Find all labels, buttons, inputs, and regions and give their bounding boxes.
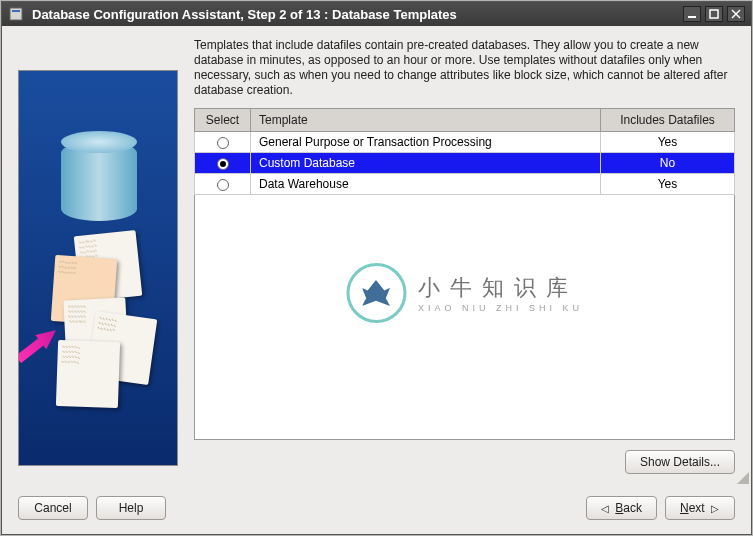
window-controls xyxy=(683,6,745,22)
template-name: Custom Database xyxy=(251,153,601,174)
back-label: ack xyxy=(623,501,642,515)
app-icon xyxy=(8,6,24,22)
window-title: Database Configuration Assistant, Step 2… xyxy=(32,7,683,22)
next-label: ext xyxy=(689,501,705,515)
help-button[interactable]: Help xyxy=(96,496,166,520)
arrow-icon xyxy=(18,323,61,367)
watermark: 小牛知识库 XIAO NIU ZHI SHI KU xyxy=(346,263,583,323)
radio-button[interactable] xyxy=(217,158,229,170)
col-header-template: Template xyxy=(251,109,601,132)
upper-area: ∿∿∿∿∿∿∿∿∿∿∿∿∿∿∿∿∿∿∿∿∿∿∿∿ ∿∿∿∿∿∿∿∿∿∿∿∿∿∿∿… xyxy=(18,38,735,474)
template-name: Data Warehouse xyxy=(251,174,601,195)
chevron-right-icon: ▷ xyxy=(711,503,719,514)
content-whitespace: 小牛知识库 XIAO NIU ZHI SHI KU xyxy=(194,195,735,440)
svg-rect-0 xyxy=(10,8,22,20)
includes-datafiles: No xyxy=(601,153,735,174)
watermark-text: 小牛知识库 XIAO NIU ZHI SHI KU xyxy=(418,273,583,313)
database-icon xyxy=(61,141,137,221)
footer: Cancel Help ◁ Back Next ▷ xyxy=(2,486,751,534)
next-button[interactable]: Next ▷ xyxy=(665,496,735,520)
template-name: General Purpose or Transaction Processin… xyxy=(251,132,601,153)
show-details-button[interactable]: Show Details... xyxy=(625,450,735,474)
table-row[interactable]: Data Warehouse Yes xyxy=(195,174,735,195)
table-row[interactable]: Custom Database No xyxy=(195,153,735,174)
titlebar[interactable]: Database Configuration Assistant, Step 2… xyxy=(2,2,751,26)
back-button[interactable]: ◁ Back xyxy=(586,496,657,520)
chevron-left-icon: ◁ xyxy=(601,503,609,514)
radio-button[interactable] xyxy=(217,179,229,191)
resize-grip[interactable] xyxy=(735,470,749,484)
svg-rect-3 xyxy=(710,10,718,18)
watermark-en: XIAO NIU ZHI SHI KU xyxy=(418,303,583,313)
col-header-includes: Includes Datafiles xyxy=(601,109,735,132)
radio-button[interactable] xyxy=(217,137,229,149)
window: Database Configuration Assistant, Step 2… xyxy=(1,1,752,535)
instructions-text: Templates that include datafiles contain… xyxy=(194,38,735,98)
includes-datafiles: Yes xyxy=(601,174,735,195)
close-button[interactable] xyxy=(727,6,745,22)
template-table: Select Template Includes Datafiles Gener… xyxy=(194,108,735,195)
wizard-illustration: ∿∿∿∿∿∿∿∿∿∿∿∿∿∿∿∿∿∿∿∿∿∿∿∿ ∿∿∿∿∿∿∿∿∿∿∿∿∿∿∿… xyxy=(18,70,178,466)
details-row: Show Details... xyxy=(194,450,735,474)
col-header-select: Select xyxy=(195,109,251,132)
includes-datafiles: Yes xyxy=(601,132,735,153)
watermark-logo xyxy=(346,263,406,323)
cancel-button[interactable]: Cancel xyxy=(18,496,88,520)
watermark-cn: 小牛知识库 xyxy=(418,273,583,303)
minimize-button[interactable] xyxy=(683,6,701,22)
main-panel: Templates that include datafiles contain… xyxy=(194,38,735,474)
table-row[interactable]: General Purpose or Transaction Processin… xyxy=(195,132,735,153)
paper-icon: ∿∿∿∿∿∿∿∿∿∿∿∿∿∿∿∿∿∿∿∿∿∿∿∿ xyxy=(56,340,120,408)
svg-rect-1 xyxy=(12,10,20,12)
maximize-button[interactable] xyxy=(705,6,723,22)
content-area: ∿∿∿∿∿∿∿∿∿∿∿∿∿∿∿∿∿∿∿∿∿∿∿∿ ∿∿∿∿∿∿∿∿∿∿∿∿∿∿∿… xyxy=(2,26,751,486)
